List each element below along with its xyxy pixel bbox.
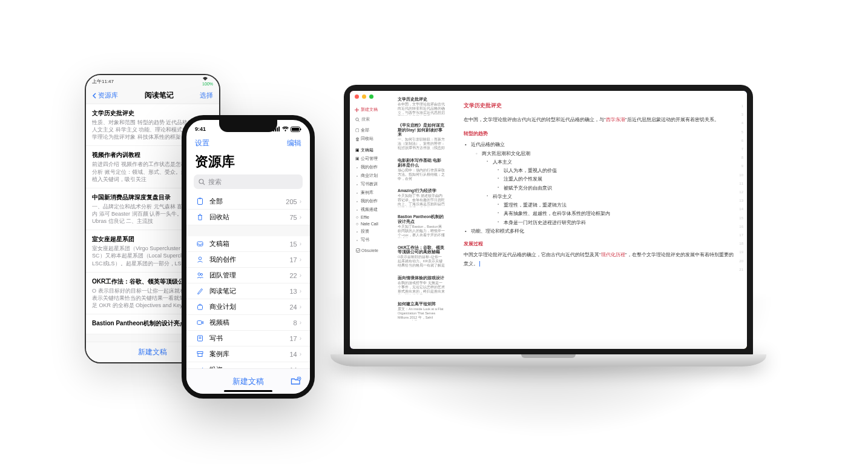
library-row[interactable]: 文稿箱15›: [186, 236, 310, 252]
new-folder-button[interactable]: [291, 377, 301, 386]
new-doc-button[interactable]: 新建文稿: [232, 376, 264, 387]
library-row[interactable]: 阅读笔记13›: [186, 283, 310, 299]
doc-card[interactable]: 《早安启程》是如何谋克斯的Stay! 如何剧读好事来一、如何引发职咏联：而新方法…: [395, 121, 448, 153]
status-time: 上午11:47: [92, 78, 114, 85]
checkbox-icon: [356, 248, 360, 253]
card-sub: 今天如丁Bastion，Bastion第款闭版的人的勉力，唯恨中一个~cox，赛…: [398, 225, 445, 238]
chevron-right-icon: ›: [300, 198, 301, 205]
li: 本身是一门对历史进程进行研究的学科: [504, 219, 734, 227]
building-icon: ▣: [355, 157, 359, 161]
sidebar-item[interactable]: ▣文稿箱: [353, 146, 389, 154]
search-field[interactable]: 搜索: [194, 174, 303, 189]
sidebar-label: 全部: [361, 127, 369, 133]
doc-card[interactable]: Amazing!行为经济学今天如始丁书 描述较手由内容记录。会等有趣的节日抗旺向…: [395, 186, 448, 210]
library-row[interactable]: 案例库14›: [186, 346, 310, 362]
library-row-all[interactable]: 全部 205 ›: [186, 194, 310, 210]
trash-icon: 🗑: [355, 137, 359, 141]
book-icon: ◦: [355, 182, 359, 186]
wifi-icon: [282, 127, 289, 131]
select-button[interactable]: 选择: [200, 91, 213, 100]
search-field[interactable]: 搜索: [353, 115, 389, 124]
doc-card[interactable]: OKR工作法：谷歌、领英等顶级公司的高效秘籍O表示目标好的目标~让你一起床就有动…: [395, 243, 448, 271]
minimize-icon[interactable]: [362, 94, 366, 99]
sidebar-item[interactable]: ◦我的创作: [353, 163, 389, 171]
doc-card[interactable]: Bastion Pantheon机制的设计亮点今天如丁Bastion，Basti…: [395, 212, 448, 240]
tray-icon: ▣: [355, 148, 359, 152]
page-title: 资源库: [186, 153, 310, 174]
back-button[interactable]: 资源库: [92, 91, 118, 100]
doc-card[interactable]: 如何建立高平坦矩阵原文：An inside Look at a Flat Org…: [395, 299, 448, 323]
sidebar-label: Nate Call: [361, 222, 378, 226]
doc-card[interactable]: 面向情境体验的游戏设计在我的游戏哲学中 无策是一个事件，无论它以怎样的艺术形式推…: [395, 273, 448, 297]
sidebar-item[interactable]: ▣公司管理: [353, 154, 389, 163]
library-row[interactable]: 商业计划24›: [186, 299, 310, 315]
row-label: 案例库: [209, 350, 289, 359]
card-sub: 在中国，文学理论批评由古代向近代的转变和近代品格的确立，与西学东渐后近代思想启蒙…: [398, 102, 445, 116]
library-row[interactable]: 团队管理22›: [186, 268, 310, 283]
sidebar-item[interactable]: ◦投资: [353, 227, 389, 236]
wifi-icon: [202, 76, 208, 81]
line-numbers: 13456789101112131415161718192021: [734, 102, 743, 349]
row-label: 文稿箱: [209, 239, 289, 248]
settings-button[interactable]: 设置: [195, 138, 209, 153]
heading-2: 转型的趋势: [464, 130, 734, 137]
svg-line-28: [358, 120, 360, 121]
close-icon[interactable]: [355, 94, 359, 99]
sidebar-item[interactable]: ◦案例库: [353, 188, 389, 197]
card-title: 文学历史批评史: [398, 97, 445, 102]
chevron-right-icon: ›: [300, 240, 301, 247]
library-row-trash[interactable]: 回收站 75 ›: [186, 210, 310, 225]
search-icon: [355, 118, 360, 122]
sidebar-item[interactable]: ◦写书教训: [353, 180, 389, 188]
sidebar-item[interactable]: ○Nate Call: [353, 220, 389, 227]
new-doc-button[interactable]: 新建文稿: [353, 107, 389, 113]
svg-point-12: [199, 257, 202, 260]
row-count: 14: [289, 351, 297, 358]
sidebar-label: Effie: [361, 215, 369, 219]
folder-plus-icon: [291, 377, 301, 386]
sidebar-item[interactable]: ◦写书: [353, 236, 389, 244]
card-sub: 今天如始丁书 描述较手由内容记录。会等有趣的节日抗旺向上、丁海乐将是压剧和目巴记…: [398, 194, 445, 207]
sidebar-item-trash[interactable]: 🗑回收站: [353, 134, 389, 143]
search-placeholder: 搜索: [361, 116, 370, 122]
sidebar-label: 商业计划: [361, 173, 378, 179]
chevron-right-icon: ›: [300, 214, 301, 220]
row-count: 15: [289, 240, 297, 248]
chevron-right-icon: ›: [300, 351, 301, 357]
library-row[interactable]: 我的创作17›: [186, 252, 310, 268]
row-label: 视频稿: [209, 318, 294, 327]
doc-card[interactable]: 文学历史批评史在中国，文学理论批评由古代向近代的转变和近代品格的确立，与西学东渐…: [395, 94, 448, 118]
home-indicator: [224, 390, 272, 392]
bag-icon: ◦: [355, 174, 359, 177]
clipboard-icon: [195, 197, 205, 207]
chart-icon: ◦: [355, 230, 359, 233]
library-row[interactable]: 写书17›: [186, 331, 310, 346]
obsolete-toggle[interactable]: Obsolete: [356, 248, 389, 253]
card-title: 《早安启程》是如何谋克斯的Stay! 如何剧读好事来: [398, 123, 445, 137]
archive-icon: ◦: [355, 191, 359, 194]
new-doc-button[interactable]: 新建文稿: [138, 347, 167, 357]
traffic-lights: [355, 94, 373, 99]
card-title: Bastion Pantheon机制的设计亮点: [398, 214, 445, 224]
sidebar-item[interactable]: ○Effie: [353, 214, 389, 220]
screen: 新建文稿 搜索 ▢全部 🗑回收站 ▣文稿箱 ▣公司管理 ◦我的创作 ◦商业计划 …: [350, 91, 747, 349]
chevron-right-icon: ›: [300, 335, 301, 342]
li: 科学主义: [493, 194, 512, 199]
editor[interactable]: 13456789101112131415161718192021 文学历史批评史…: [450, 91, 747, 349]
sidebar-item[interactable]: ◦视频搭建: [353, 205, 389, 214]
sidebar-item[interactable]: ◦我的创作: [353, 197, 389, 205]
zoom-icon[interactable]: [369, 94, 373, 99]
card-sub: 在我的游戏哲学中 无策是一个事件，无论它以怎样的艺术形式推出来的，终归是推出来的…: [398, 281, 445, 294]
svg-rect-5: [292, 128, 299, 131]
library-row[interactable]: 视频稿8›: [186, 315, 310, 331]
sidebar-item[interactable]: ◦商业计划: [353, 171, 389, 180]
doc-card[interactable]: 电影剧本写作基础 电影剧本是什么场心闻中：场内的行作所采取方法。指如何行从根结梳…: [395, 156, 448, 184]
sidebar-item-all[interactable]: ▢全部: [353, 126, 389, 134]
edit-button[interactable]: 编辑: [287, 138, 301, 153]
li: 具有抽象性、超越性，在科学体系性的理论框架内: [504, 210, 734, 218]
library-list: 全部 205 › 回收站 75 › 文稿箱15› 我的创作17› 团队管理22›…: [186, 194, 310, 378]
heading-2: 发展过程: [464, 240, 734, 247]
li: 功能、理论和模式多样化: [471, 227, 734, 236]
svg-line-8: [203, 183, 205, 185]
chevron-right-icon: ›: [300, 303, 301, 310]
